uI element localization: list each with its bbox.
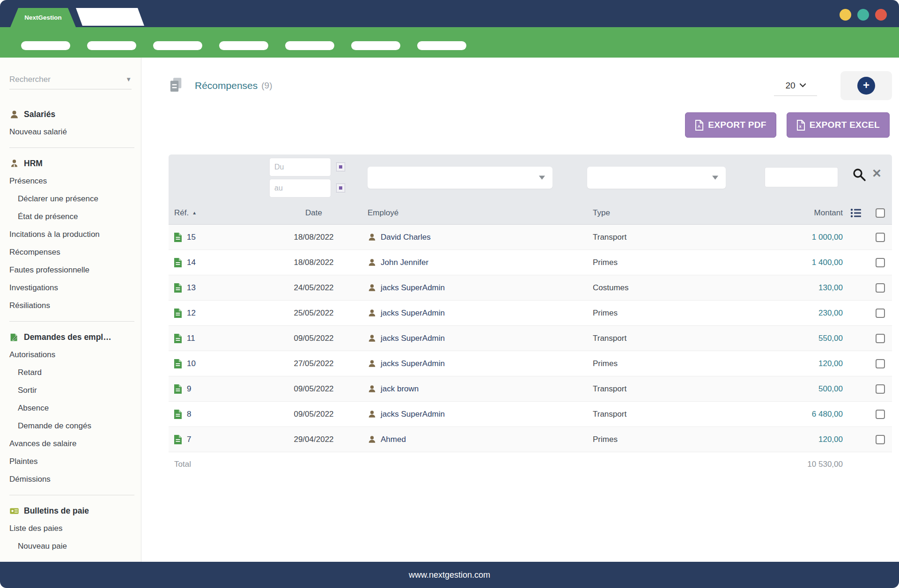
amount-filter-input[interactable] <box>765 167 838 187</box>
row-checkbox[interactable] <box>876 384 885 394</box>
nav-pill-7[interactable] <box>417 41 466 50</box>
row-employee-link[interactable]: jacks SuperAdmin <box>381 309 445 318</box>
row-employee-link[interactable]: jacks SuperAdmin <box>381 283 445 293</box>
row-checkbox[interactable] <box>876 435 885 444</box>
export-pdf-button[interactable]: A EXPORT PDF <box>685 112 776 138</box>
row-employee-link[interactable]: jacks SuperAdmin <box>381 359 445 368</box>
sidebar-item-label: Nouveau paie <box>18 542 67 551</box>
date-to-input[interactable] <box>269 179 331 198</box>
row-amount: 120,00 <box>749 435 843 444</box>
row-ref-link[interactable]: 10 <box>187 359 196 368</box>
window-close-button[interactable] <box>875 9 887 21</box>
row-employee-link[interactable]: jack brown <box>381 384 419 394</box>
record-count: (9) <box>261 81 272 91</box>
page-title[interactable]: Récompenses <box>195 80 258 91</box>
row-employee-link[interactable]: Ahmed <box>381 435 406 444</box>
document-icon <box>173 359 183 369</box>
table-header-row: Réf. ▲ Date Employé Type Montant <box>169 201 892 225</box>
close-icon[interactable]: ✕ <box>872 167 882 180</box>
column-employee[interactable]: Employé <box>358 208 591 218</box>
nav-pill-3[interactable] <box>153 41 202 50</box>
sidebar-item-label: Sortir <box>18 386 37 395</box>
sort-asc-icon: ▲ <box>192 210 197 215</box>
row-checkbox[interactable] <box>876 309 885 318</box>
calendar-icon[interactable] <box>336 162 345 171</box>
search-icon[interactable] <box>852 168 866 182</box>
row-checkbox[interactable] <box>876 233 885 242</box>
export-toolbar: A EXPORT PDF x EXPORT EXCEL <box>169 112 890 138</box>
column-type[interactable]: Type <box>591 208 749 218</box>
row-ref-link[interactable]: 9 <box>187 384 191 394</box>
sidebar-item-investigations[interactable]: Investigations <box>9 279 134 297</box>
page-size-select[interactable]: 20 <box>774 75 817 96</box>
nav-pill-1[interactable] <box>21 41 70 50</box>
sidebar-item-autorisations[interactable]: Autorisations <box>9 346 134 364</box>
brand-tab[interactable]: NextGestion <box>10 8 76 27</box>
row-checkbox[interactable] <box>876 334 885 343</box>
sidebar-item-nouveau-paie[interactable]: Nouveau paie <box>9 537 134 555</box>
column-amount[interactable]: Montant <box>749 208 843 218</box>
row-checkbox[interactable] <box>876 410 885 419</box>
sidebar-item-resiliations[interactable]: Résiliations <box>9 297 134 315</box>
sidebar-item-demissions[interactable]: Démissions <box>9 470 134 488</box>
row-ref-link[interactable]: 13 <box>187 283 196 293</box>
chevron-down-icon[interactable]: ▼ <box>125 76 132 83</box>
export-excel-button[interactable]: x EXPORT EXCEL <box>787 112 890 138</box>
sidebar-item-presences[interactable]: Présences <box>9 172 134 190</box>
sidebar-item-salaries[interactable]: Salariés <box>9 105 134 123</box>
sidebar-item-absence[interactable]: Absence <box>9 399 134 417</box>
sidebar-item-fautes-professionnelle[interactable]: Fautes professionnelle <box>9 261 134 279</box>
row-ref-link[interactable]: 7 <box>187 435 191 444</box>
row-type: Transport <box>591 384 749 394</box>
sidebar-item-bulletins-de-paie[interactable]: Bulletins de paie <box>9 502 134 520</box>
secondary-tab[interactable] <box>76 8 144 26</box>
list-view-icon[interactable] <box>843 208 869 218</box>
select-all-checkbox[interactable] <box>876 208 885 218</box>
sidebar-item-declarer-une-presence[interactable]: Déclarer une présence <box>9 190 134 208</box>
row-ref-link[interactable]: 14 <box>187 258 196 267</box>
nav-pill-2[interactable] <box>87 41 136 50</box>
sidebar-item-nouveau-salarie[interactable]: Nouveau salarié <box>9 123 134 141</box>
row-ref-link[interactable]: 12 <box>187 309 196 318</box>
sidebar-item-demande-de-conges[interactable]: Demande de congés <box>9 417 134 435</box>
column-date[interactable]: Date <box>269 208 358 218</box>
calendar-icon[interactable] <box>336 184 345 192</box>
sidebar-item-incitations-a-la-production[interactable]: Incitations à la production <box>9 226 134 243</box>
row-employee-link[interactable]: John Jennifer <box>381 258 428 267</box>
sidebar-item-sortir[interactable]: Sortir <box>9 382 134 399</box>
row-checkbox[interactable] <box>876 258 885 267</box>
sidebar-item-demandes-des-empl[interactable]: Demandes des empl… <box>9 328 134 346</box>
sidebar-item-liste-des-paies[interactable]: Liste des paies <box>9 520 134 537</box>
row-employee-link[interactable]: jacks SuperAdmin <box>381 334 445 343</box>
sidebar-item-plaintes[interactable]: Plaintes <box>9 453 134 470</box>
row-ref-link[interactable]: 15 <box>187 233 196 242</box>
nav-pill-6[interactable] <box>351 41 400 50</box>
row-ref-link[interactable]: 11 <box>187 334 195 343</box>
search-input[interactable] <box>9 75 125 84</box>
row-ref-link[interactable]: 8 <box>187 410 191 419</box>
table-row: 909/05/2022jack brownTransport500,00 <box>169 376 892 402</box>
row-checkbox[interactable] <box>876 283 885 293</box>
row-type: Transport <box>591 334 749 343</box>
add-record-button[interactable]: + <box>857 77 875 95</box>
table-body: 1518/08/2022David CharlesTransport1 000,… <box>169 225 892 452</box>
row-checkbox[interactable] <box>876 359 885 368</box>
sidebar-item-etat-de-presence[interactable]: État de présence <box>9 208 134 226</box>
row-employee-link[interactable]: jacks SuperAdmin <box>381 410 445 419</box>
row-employee-link[interactable]: David Charles <box>381 233 431 242</box>
column-ref[interactable]: Réf. ▲ <box>169 208 269 218</box>
date-from-input[interactable] <box>269 158 331 176</box>
type-filter-select[interactable] <box>587 167 726 189</box>
row-type: Transport <box>591 410 749 419</box>
employee-filter-select[interactable] <box>368 167 553 189</box>
window-maximize-button[interactable] <box>857 9 869 21</box>
sidebar-item-avances-de-salaire[interactable]: Avances de salaire <box>9 435 134 453</box>
footer: www.nextgestion.com <box>0 562 899 588</box>
sidebar-item-hrm[interactable]: HRM <box>9 154 134 172</box>
sidebar-item-retard[interactable]: Retard <box>9 364 134 382</box>
row-date: 18/08/2022 <box>269 258 358 267</box>
window-minimize-button[interactable] <box>840 9 851 21</box>
sidebar-item-recompenses[interactable]: Récompenses <box>9 243 134 261</box>
nav-pill-5[interactable] <box>285 41 334 50</box>
nav-pill-4[interactable] <box>219 41 268 50</box>
